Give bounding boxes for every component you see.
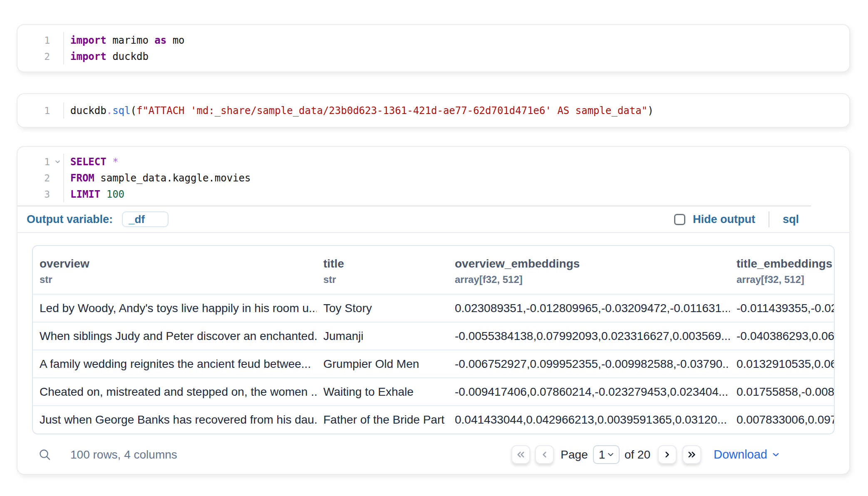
hide-output-label[interactable]: Hide output: [693, 213, 755, 226]
chevron-right-icon: [662, 449, 673, 460]
code-line: 2import duckdb: [17, 48, 849, 64]
page-select[interactable]: 1: [593, 445, 620, 464]
row-count-summary: 100 rows, 4 columns: [70, 448, 177, 461]
code-cell-attach: 1duckdb.sql(f"ATTACH 'md:_share/sample_d…: [17, 93, 850, 128]
line-number: 1: [17, 32, 64, 48]
fold-chevron-icon[interactable]: [55, 159, 61, 165]
code-line: 2FROM sample_data.kaggle.movies: [17, 170, 849, 186]
chevron-left-icon: [539, 449, 550, 460]
code-line: 3LIMIT 100: [17, 186, 849, 202]
code-token: duckdb: [70, 105, 107, 117]
chevrons-left-icon: [515, 449, 526, 460]
output-variable-input[interactable]: [122, 211, 169, 227]
code-text: SELECT *: [64, 154, 119, 170]
code-editor-imports[interactable]: 1import marimo as mo2import duckdb: [17, 32, 849, 64]
code-token: 100: [107, 188, 124, 200]
line-number: 2: [17, 170, 64, 186]
column-dtype: str: [323, 274, 441, 285]
column-header-overview_embeddings[interactable]: overview_embeddingsarray[f32, 512]: [448, 246, 730, 294]
vertical-divider: [769, 211, 769, 227]
cell-overview: A family wedding reignites the ancient f…: [33, 350, 317, 378]
page-total-label: of 20: [625, 448, 650, 461]
cell-title_embeddings: 0.0132910535,0.06958: [730, 350, 834, 378]
cell-title_embeddings: -0.011439355,-0.027525: [730, 294, 834, 322]
code-token: f"ATTACH 'md:_share/sample_data/23b0d623…: [136, 105, 647, 117]
cell-title_embeddings: 0.007833006,0.097801: [730, 406, 834, 434]
page-label: Page: [560, 448, 588, 461]
table-header-row: overviewstrtitlestroverview_embeddingsar…: [33, 246, 834, 294]
cell-title_embeddings: -0.040386293,0.0684511: [730, 322, 834, 350]
last-page-button[interactable]: [682, 445, 701, 464]
prev-page-button[interactable]: [535, 445, 554, 464]
code-token: .: [107, 105, 112, 117]
cell-overview_embeddings: -0.006752927,0.099952355,-0.009982588,-0…: [448, 350, 730, 378]
line-number: 1: [17, 102, 64, 119]
pagination: Page 1 of 20 Download: [511, 445, 781, 464]
code-text: import duckdb: [64, 48, 149, 64]
cell-title: Toy Story: [317, 294, 448, 322]
table-row: A family wedding reignites the ancient f…: [33, 350, 834, 378]
line-number: 3: [17, 186, 64, 202]
line-number: 1: [17, 154, 64, 170]
next-page-button[interactable]: [658, 445, 677, 464]
download-label: Download: [714, 448, 767, 461]
data-table: overviewstrtitlestroverview_embeddingsar…: [32, 245, 835, 434]
code-cell-imports: 1import marimo as mo2import duckdb: [17, 24, 850, 72]
cell-overview_embeddings: 0.023089351,-0.012809965,-0.03209472,-0.…: [448, 294, 730, 322]
table-row: Cheated on, mistreated and stepped on, t…: [33, 378, 834, 406]
code-text: FROM sample_data.kaggle.movies: [64, 170, 250, 186]
cell-title: Grumpier Old Men: [317, 350, 448, 378]
sql-cell-footer-bar: Output variable: Hide output sql: [17, 206, 849, 232]
column-name: overview: [40, 257, 310, 270]
page-select-value: 1: [599, 448, 605, 461]
chevrons-right-icon: [686, 449, 697, 460]
cell-overview: Just when George Banks has recovered fro…: [33, 406, 317, 434]
search-icon[interactable]: [38, 448, 51, 461]
code-token: import: [70, 51, 107, 62]
cell-title_embeddings: 0.01755858,-0.00862866: [730, 378, 834, 406]
first-page-button[interactable]: [511, 445, 530, 464]
cell-overview: Led by Woody, Andy's toys live happily i…: [33, 294, 317, 322]
column-dtype: array[f32, 512]: [737, 274, 827, 285]
column-header-title[interactable]: titlestr: [317, 246, 448, 294]
code-token: LIMIT: [70, 188, 100, 200]
column-name: title: [323, 257, 441, 270]
line-number: 2: [17, 48, 64, 64]
column-header-overview[interactable]: overviewstr: [33, 246, 317, 294]
code-token: *: [112, 156, 118, 168]
code-line: 1duckdb.sql(f"ATTACH 'md:_share/sample_d…: [17, 102, 849, 119]
code-editor-attach[interactable]: 1duckdb.sql(f"ATTACH 'md:_share/sample_d…: [17, 102, 849, 119]
chevron-down-icon: [771, 450, 781, 459]
table-footer: 100 rows, 4 columns Page 1 of 20: [32, 434, 835, 474]
cell-overview: When siblings Judy and Peter discover an…: [33, 322, 317, 350]
cell-title: Father of the Bride Part II: [317, 406, 448, 434]
column-name: title_embeddings: [737, 257, 827, 270]
hide-output-checkbox[interactable]: [674, 214, 685, 225]
cell-overview_embeddings: -0.009417406,0.07860214,-0.023279453,0.0…: [448, 378, 730, 406]
output-variable-label: Output variable:: [27, 213, 113, 226]
code-line: 1import marimo as mo: [17, 32, 849, 48]
cell-title: Waiting to Exhale: [317, 378, 448, 406]
column-dtype: str: [40, 274, 310, 285]
sql-cell: 1SELECT *2FROM sample_data.kaggle.movies…: [17, 146, 850, 475]
code-text: import marimo as mo: [64, 32, 185, 48]
code-token: sql: [112, 105, 130, 117]
code-line: 1SELECT *: [17, 154, 849, 170]
code-token: FROM: [70, 172, 94, 184]
code-text: LIMIT 100: [64, 186, 124, 202]
code-token: mo: [166, 35, 184, 46]
download-button[interactable]: Download: [714, 448, 781, 461]
code-text: duckdb.sql(f"ATTACH 'md:_share/sample_da…: [64, 102, 654, 119]
notebook: 1import marimo as mo2import duckdb 1duck…: [0, 24, 868, 475]
cell-title: Jumanji: [317, 322, 448, 350]
table-row: Just when George Banks has recovered fro…: [33, 406, 834, 434]
column-dtype: array[f32, 512]: [455, 274, 723, 285]
language-badge[interactable]: sql: [783, 213, 799, 226]
code-token: marimo: [107, 35, 155, 46]
code-token: [100, 188, 106, 200]
code-editor-sql[interactable]: 1SELECT *2FROM sample_data.kaggle.movies…: [17, 154, 849, 202]
column-header-title_embeddings[interactable]: title_embeddingsarray[f32, 512]: [730, 246, 834, 294]
cell-overview: Cheated on, mistreated and stepped on, t…: [33, 378, 317, 406]
table-row: When siblings Judy and Peter discover an…: [33, 322, 834, 350]
cell-output: overviewstrtitlestroverview_embeddingsar…: [17, 233, 849, 474]
